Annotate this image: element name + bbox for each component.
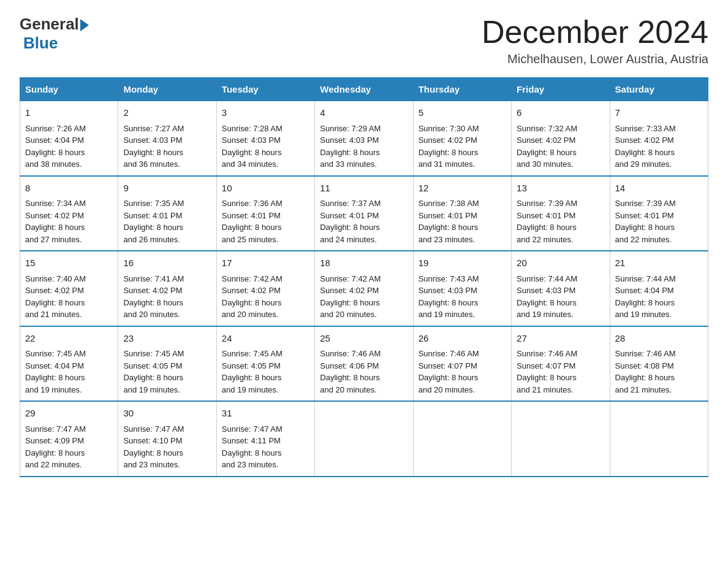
day-info: Sunrise: 7:42 AMSunset: 4:02 PMDaylight:… (320, 273, 408, 321)
day-number: 5 (419, 106, 506, 120)
day-number: 22 (25, 332, 113, 346)
day-number: 4 (320, 106, 408, 120)
table-row: 11Sunrise: 7:37 AMSunset: 4:01 PMDayligh… (315, 176, 413, 251)
day-info: Sunrise: 7:28 AMSunset: 4:03 PMDaylight:… (222, 123, 309, 170)
day-number: 9 (123, 182, 211, 196)
table-row (315, 401, 413, 477)
day-number: 17 (222, 256, 309, 270)
header-thursday: Thursday (413, 78, 511, 101)
day-info: Sunrise: 7:27 AMSunset: 4:03 PMDaylight:… (123, 123, 211, 170)
day-info: Sunrise: 7:35 AMSunset: 4:01 PMDaylight:… (123, 197, 211, 245)
header-monday: Monday (118, 78, 216, 101)
table-row: 21Sunrise: 7:44 AMSunset: 4:04 PMDayligh… (610, 251, 708, 326)
day-number: 30 (123, 407, 211, 421)
table-row: 16Sunrise: 7:41 AMSunset: 4:02 PMDayligh… (118, 251, 216, 326)
header-tuesday: Tuesday (216, 78, 314, 101)
table-row: 15Sunrise: 7:40 AMSunset: 4:02 PMDayligh… (20, 251, 118, 326)
day-number: 31 (222, 407, 309, 421)
day-number: 11 (320, 182, 408, 196)
day-info: Sunrise: 7:45 AMSunset: 4:05 PMDaylight:… (222, 348, 309, 396)
table-row: 7Sunrise: 7:33 AMSunset: 4:02 PMDaylight… (610, 101, 708, 176)
day-info: Sunrise: 7:30 AMSunset: 4:02 PMDaylight:… (419, 123, 506, 170)
table-row (413, 401, 511, 477)
day-number: 18 (320, 256, 408, 270)
day-info: Sunrise: 7:46 AMSunset: 4:07 PMDaylight:… (419, 348, 506, 396)
day-number: 7 (615, 106, 703, 120)
day-info: Sunrise: 7:45 AMSunset: 4:04 PMDaylight:… (25, 348, 113, 396)
table-row: 4Sunrise: 7:29 AMSunset: 4:03 PMDaylight… (315, 101, 413, 176)
table-row: 5Sunrise: 7:30 AMSunset: 4:02 PMDaylight… (413, 101, 511, 176)
day-number: 6 (517, 106, 604, 120)
table-row (610, 401, 708, 477)
table-row: 31Sunrise: 7:47 AMSunset: 4:11 PMDayligh… (216, 401, 314, 477)
day-number: 27 (517, 332, 604, 346)
day-number: 19 (419, 256, 506, 270)
table-row: 10Sunrise: 7:36 AMSunset: 4:01 PMDayligh… (216, 176, 314, 251)
logo-general: General (20, 15, 79, 34)
day-number: 10 (222, 182, 309, 196)
day-info: Sunrise: 7:46 AMSunset: 4:06 PMDaylight:… (320, 348, 408, 396)
logo-arrow-icon (80, 19, 89, 31)
day-info: Sunrise: 7:34 AMSunset: 4:02 PMDaylight:… (25, 197, 113, 245)
logo: General Blue (20, 15, 89, 53)
calendar-week-row: 1Sunrise: 7:26 AMSunset: 4:04 PMDaylight… (20, 101, 708, 176)
header-sunday: Sunday (20, 78, 118, 101)
day-number: 23 (123, 332, 211, 346)
day-number: 13 (517, 182, 604, 196)
day-number: 8 (25, 182, 113, 196)
table-row: 12Sunrise: 7:38 AMSunset: 4:01 PMDayligh… (413, 176, 511, 251)
day-number: 29 (25, 407, 113, 421)
page-header: General Blue December 2024 Michelhausen,… (20, 15, 708, 66)
day-number: 26 (419, 332, 506, 346)
calendar-table: Sunday Monday Tuesday Wednesday Thursday… (20, 77, 708, 477)
calendar-title-block: December 2024 Michelhausen, Lower Austri… (482, 15, 708, 66)
day-number: 20 (517, 256, 604, 270)
table-row (512, 401, 610, 477)
day-info: Sunrise: 7:37 AMSunset: 4:01 PMDaylight:… (320, 197, 408, 245)
header-saturday: Saturday (610, 78, 708, 101)
table-row: 25Sunrise: 7:46 AMSunset: 4:06 PMDayligh… (315, 326, 413, 402)
day-info: Sunrise: 7:26 AMSunset: 4:04 PMDaylight:… (25, 123, 113, 170)
table-row: 2Sunrise: 7:27 AMSunset: 4:03 PMDaylight… (118, 101, 216, 176)
calendar-title: December 2024 (482, 15, 708, 50)
calendar-week-row: 22Sunrise: 7:45 AMSunset: 4:04 PMDayligh… (20, 326, 708, 402)
weekday-header-row: Sunday Monday Tuesday Wednesday Thursday… (20, 78, 708, 101)
day-info: Sunrise: 7:44 AMSunset: 4:04 PMDaylight:… (615, 273, 703, 321)
day-info: Sunrise: 7:36 AMSunset: 4:01 PMDaylight:… (222, 197, 309, 245)
day-info: Sunrise: 7:41 AMSunset: 4:02 PMDaylight:… (123, 273, 211, 321)
day-info: Sunrise: 7:38 AMSunset: 4:01 PMDaylight:… (419, 197, 506, 245)
calendar-week-row: 8Sunrise: 7:34 AMSunset: 4:02 PMDaylight… (20, 176, 708, 251)
day-number: 1 (25, 106, 113, 120)
day-info: Sunrise: 7:39 AMSunset: 4:01 PMDaylight:… (517, 197, 604, 245)
table-row: 13Sunrise: 7:39 AMSunset: 4:01 PMDayligh… (512, 176, 610, 251)
day-info: Sunrise: 7:40 AMSunset: 4:02 PMDaylight:… (25, 273, 113, 321)
day-number: 25 (320, 332, 408, 346)
day-info: Sunrise: 7:46 AMSunset: 4:08 PMDaylight:… (615, 348, 703, 396)
table-row: 8Sunrise: 7:34 AMSunset: 4:02 PMDaylight… (20, 176, 118, 251)
day-info: Sunrise: 7:33 AMSunset: 4:02 PMDaylight:… (615, 123, 703, 170)
table-row: 6Sunrise: 7:32 AMSunset: 4:02 PMDaylight… (512, 101, 610, 176)
table-row: 30Sunrise: 7:47 AMSunset: 4:10 PMDayligh… (118, 401, 216, 477)
table-row: 29Sunrise: 7:47 AMSunset: 4:09 PMDayligh… (20, 401, 118, 477)
table-row: 22Sunrise: 7:45 AMSunset: 4:04 PMDayligh… (20, 326, 118, 402)
day-number: 28 (615, 332, 703, 346)
table-row: 28Sunrise: 7:46 AMSunset: 4:08 PMDayligh… (610, 326, 708, 402)
day-info: Sunrise: 7:44 AMSunset: 4:03 PMDaylight:… (517, 273, 604, 321)
table-row: 24Sunrise: 7:45 AMSunset: 4:05 PMDayligh… (216, 326, 314, 402)
day-info: Sunrise: 7:47 AMSunset: 4:11 PMDaylight:… (222, 423, 309, 471)
day-info: Sunrise: 7:45 AMSunset: 4:05 PMDaylight:… (123, 348, 211, 396)
day-number: 24 (222, 332, 309, 346)
day-info: Sunrise: 7:39 AMSunset: 4:01 PMDaylight:… (615, 197, 703, 245)
table-row: 1Sunrise: 7:26 AMSunset: 4:04 PMDaylight… (20, 101, 118, 176)
day-info: Sunrise: 7:47 AMSunset: 4:10 PMDaylight:… (123, 423, 211, 471)
table-row: 17Sunrise: 7:42 AMSunset: 4:02 PMDayligh… (216, 251, 314, 326)
table-row: 3Sunrise: 7:28 AMSunset: 4:03 PMDaylight… (216, 101, 314, 176)
table-row: 27Sunrise: 7:46 AMSunset: 4:07 PMDayligh… (512, 326, 610, 402)
day-info: Sunrise: 7:42 AMSunset: 4:02 PMDaylight:… (222, 273, 309, 321)
day-number: 2 (123, 106, 211, 120)
day-number: 12 (419, 182, 506, 196)
calendar-week-row: 29Sunrise: 7:47 AMSunset: 4:09 PMDayligh… (20, 401, 708, 477)
day-info: Sunrise: 7:32 AMSunset: 4:02 PMDaylight:… (517, 123, 604, 170)
table-row: 23Sunrise: 7:45 AMSunset: 4:05 PMDayligh… (118, 326, 216, 402)
day-number: 16 (123, 256, 211, 270)
